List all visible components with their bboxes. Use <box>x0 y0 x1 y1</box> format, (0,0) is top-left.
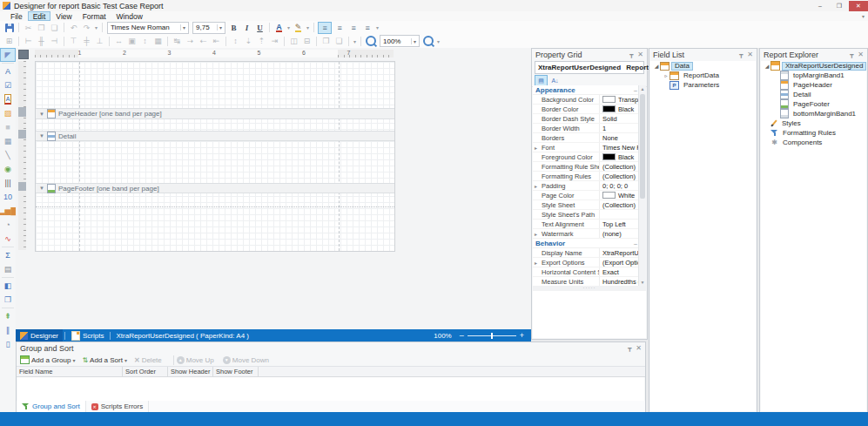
remove-horizontal-spacing-button[interactable]: ⇤ <box>211 36 222 46</box>
toolbox-page-break-tool[interactable]: ⇞ <box>0 309 16 323</box>
equal-vertical-spacing-button[interactable]: ↕ <box>230 36 241 46</box>
center-vertically-button[interactable]: ⊟ <box>301 36 313 46</box>
close-icon[interactable]: ✕ <box>636 344 642 352</box>
toolbox-pivot-grid-tool[interactable]: Σ <box>0 248 16 262</box>
bring-to-front-button[interactable]: ❐ <box>320 36 332 46</box>
property-row-style-sheet[interactable]: Style Sheet(Collection) <box>533 200 639 210</box>
make-same-size-button[interactable]: ▣ <box>126 36 138 46</box>
alignment-dropdown-icon[interactable]: ▾ <box>376 24 379 30</box>
toolbox-table-tool[interactable]: ▦ <box>0 134 16 148</box>
underline-button[interactable]: U <box>254 23 266 33</box>
font-name-combo[interactable]: Times New Roman ▾ <box>107 22 189 34</box>
collapse-band-icon[interactable]: ▼ <box>39 186 44 191</box>
menu-item-file[interactable]: File <box>5 11 28 21</box>
font-color-button[interactable]: A <box>273 23 285 33</box>
menu-item-format[interactable]: Format <box>77 11 111 21</box>
align-lefts-button[interactable]: ⊢ <box>23 36 34 46</box>
property-row-font[interactable]: ▸FontTimes New Roman;... <box>533 143 639 152</box>
ruler-corner-button[interactable] <box>18 50 29 59</box>
send-to-back-button[interactable]: ❏ <box>333 36 345 46</box>
field-node-data[interactable]: ◢Data <box>650 61 756 71</box>
highlight-dropdown-icon[interactable]: ▾ <box>306 24 309 30</box>
report-canvas[interactable]: ▼ PageHeader [one band per page] ▼ Detai… <box>35 61 395 252</box>
property-row-text-alignment[interactable]: Text AlignmentTop Left <box>533 220 639 229</box>
toolbox-page-info-tool[interactable]: ▤ <box>0 262 16 276</box>
toolbox-shape-tool[interactable]: ◉ <box>0 162 16 176</box>
property-row-formatting-rules[interactable]: Formatting Rules(Collection) <box>533 172 639 181</box>
paste-button[interactable]: ❏ <box>49 23 60 33</box>
scroll-up-icon[interactable]: ▲ <box>639 85 646 92</box>
property-row-borders[interactable]: BordersNone <box>533 133 639 143</box>
menu-item-view[interactable]: View <box>50 11 77 21</box>
size-to-grid-button[interactable]: ▦ <box>152 36 164 46</box>
align-center-button[interactable]: ≡ <box>333 23 346 33</box>
add-a-group-button[interactable]: Add a Group▾ <box>20 355 75 364</box>
toolbox-chart-tool[interactable]: ▂▅▇ <box>0 204 16 218</box>
tab-scripts[interactable]: Scripts <box>67 329 108 341</box>
expander-icon[interactable]: ◢ <box>653 63 660 69</box>
make-same-width-button[interactable]: ↔ <box>113 36 124 46</box>
snap-to-grid-button[interactable]: ⊞ <box>3 36 15 46</box>
property-row-padding[interactable]: ▸Padding0; 0; 0; 0 <box>533 181 639 191</box>
expand-icon[interactable]: ▸ <box>535 145 537 151</box>
toolbox-cross-band-line-tool[interactable]: ∥ <box>0 323 16 337</box>
scrollbar-thumb[interactable] <box>640 94 645 199</box>
italic-button[interactable]: I <box>241 23 252 33</box>
cut-button[interactable]: ✂ <box>23 23 34 33</box>
property-row-border-dash-style[interactable]: Border Dash StyleSolid <box>533 114 639 124</box>
property-row-page-color[interactable]: Page ColorWhite <box>533 191 639 200</box>
property-row-background-color[interactable]: Background ColorTransparent <box>533 95 639 105</box>
column-header-show-footer[interactable]: Show Footer <box>213 367 259 376</box>
restore-button[interactable]: ❐ <box>830 1 849 11</box>
report-node-styles[interactable]: Styles <box>761 118 866 128</box>
bold-button[interactable]: B <box>228 23 239 33</box>
tab-designer[interactable]: Designer <box>16 329 63 341</box>
align-centers-button[interactable]: ╫ <box>36 36 47 46</box>
property-category-behavior[interactable]: Behavior– <box>533 239 639 248</box>
layout-dropdown-icon[interactable]: ▾ <box>353 38 356 44</box>
alphabetical-sort-button[interactable]: A↓ <box>549 76 561 85</box>
menu-item-edit[interactable]: Edit <box>28 11 51 21</box>
expander-icon[interactable]: ◢ <box>764 63 770 69</box>
property-row-foreground-color[interactable]: Foreground ColorBlack <box>533 152 639 162</box>
field-node-reportdata[interactable]: ▹ReportData <box>650 71 756 80</box>
zoom-dropdown-icon[interactable]: ▾ <box>437 38 440 44</box>
highlight-button[interactable]: ✎ <box>293 23 304 33</box>
zoom-out-button[interactable]: – <box>460 332 464 339</box>
report-node-xtrareportuserdesigned[interactable]: ◢XtraReportUserDesigned <box>761 61 866 71</box>
close-icon[interactable]: ✕ <box>858 51 864 58</box>
align-left-button[interactable]: ≡ <box>318 22 332 34</box>
zoom-out-icon[interactable] <box>366 36 376 46</box>
band-header-pagefooter[interactable]: ▼ PageFooter [one band per page] <box>36 183 394 193</box>
zoom-in-icon[interactable] <box>423 36 434 46</box>
align-bottoms-button[interactable]: ⊥ <box>94 36 105 46</box>
report-node-formatting-rules[interactable]: Formatting Rules <box>761 128 866 138</box>
zoom-in-button[interactable]: + <box>520 332 524 339</box>
close-icon[interactable]: ✕ <box>747 51 753 58</box>
property-row-border-color[interactable]: Border ColorBlack <box>533 105 639 114</box>
menu-item-window[interactable]: Window <box>111 11 148 21</box>
toolbox-bar-code-tool[interactable]: ||| <box>0 176 16 190</box>
undo-button[interactable]: ↶ <box>68 23 79 33</box>
expand-icon[interactable]: ▸ <box>535 260 537 266</box>
collapse-band-icon[interactable]: ▼ <box>39 112 44 117</box>
toolbox-line-tool[interactable]: ╲ <box>0 148 16 162</box>
redo-button[interactable]: ↷ <box>81 23 92 33</box>
equal-horizontal-spacing-button[interactable]: ↹ <box>172 36 183 46</box>
toolbox-sub-report-tool[interactable]: ◧ <box>0 279 16 293</box>
align-rights-button[interactable]: ⊣ <box>49 36 60 46</box>
column-header-field-name[interactable]: Field Name <box>17 367 123 376</box>
pin-icon[interactable]: ┳ <box>629 51 633 58</box>
toolbox-picture-box-tool[interactable]: ▨ <box>0 106 16 120</box>
decrease-vertical-spacing-button[interactable]: ⇡ <box>256 36 267 46</box>
design-surface[interactable]: 1234567 ▼ PageHeader [one band per page]… <box>16 48 531 329</box>
band-header-pageheader[interactable]: ▼ PageHeader [one band per page] <box>36 108 394 119</box>
remove-vertical-spacing-button[interactable]: ⇥ <box>269 36 280 46</box>
column-header-sort-order[interactable]: Sort Order <box>123 367 168 376</box>
align-right-button[interactable]: ≡ <box>347 23 360 33</box>
toolbox-panel-tool[interactable]: ■ <box>0 120 16 134</box>
report-node-topmarginband1[interactable]: topMarginBand1 <box>761 71 866 80</box>
tab-scripts-errors[interactable]: Scripts Errors <box>86 401 149 412</box>
toolbox-cross-band-box-tool[interactable]: ▯ <box>0 337 16 351</box>
close-button[interactable]: ✕ <box>849 1 868 11</box>
